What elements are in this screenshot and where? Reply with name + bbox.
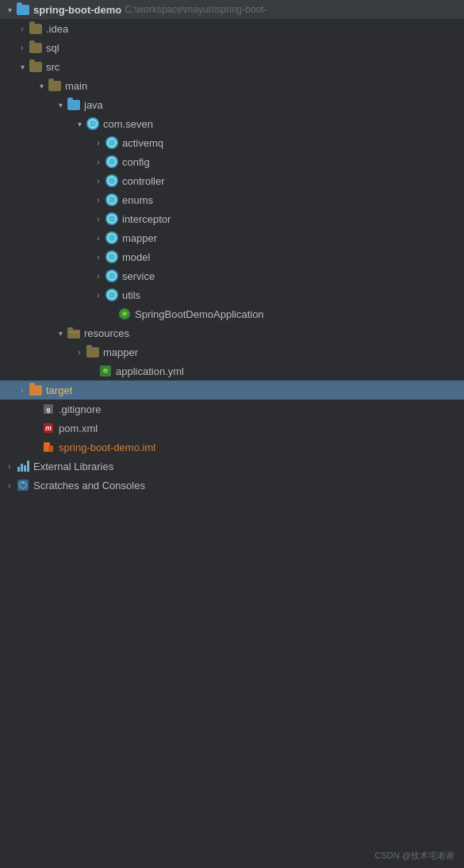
chevron-mapper-res <box>73 346 86 358</box>
svg-rect-3 <box>67 327 73 331</box>
mapper-label: mapper <box>122 232 157 244</box>
chevron-controller <box>92 174 105 187</box>
svg-point-15 <box>22 482 24 484</box>
tree-item-gitignore[interactable]: g .gitignore <box>0 400 464 419</box>
chevron-src <box>16 60 29 73</box>
tree-item-iml[interactable]: spring-boot-demo.iml <box>0 438 464 457</box>
tree-item-enums[interactable]: enums <box>0 190 464 209</box>
scratches-label: Scratches and Consoles <box>33 480 145 491</box>
tree-item-src[interactable]: src <box>0 57 464 76</box>
mapper-res-label: mapper <box>103 346 138 358</box>
main-label: main <box>65 80 87 92</box>
gitignore-label: .gitignore <box>59 403 101 415</box>
model-label: model <box>122 251 150 263</box>
tree-item-sql[interactable]: sql <box>0 38 464 57</box>
enums-label: enums <box>122 194 153 206</box>
tree-item-pomxml[interactable]: m pom.xml <box>0 419 464 438</box>
chevron-resources <box>54 327 67 339</box>
svg-rect-4 <box>69 331 79 333</box>
interceptor-label: interceptor <box>122 213 171 225</box>
tree-item-config[interactable]: config <box>0 152 464 171</box>
tree-item-interceptor[interactable]: interceptor <box>0 209 464 228</box>
tree-item-scratches[interactable]: Scratches and Consoles <box>0 476 464 495</box>
controller-label: controller <box>122 175 164 187</box>
tree-item-extlib[interactable]: External Libraries <box>0 457 464 476</box>
idea-folder-icon <box>29 21 43 36</box>
springbootapp-icon <box>117 307 132 321</box>
tree-item-idea[interactable]: .idea <box>0 19 464 38</box>
svg-rect-12 <box>48 445 53 452</box>
activemq-label: activemq <box>122 137 163 149</box>
mapper-pkg-icon <box>105 231 119 245</box>
src-folder-icon <box>29 59 43 74</box>
mapper-res-folder-icon <box>86 345 100 359</box>
chevron-sql <box>16 41 29 54</box>
tree-item-springbootapp[interactable]: SpringBootDemoApplication <box>0 304 464 323</box>
resources-label: resources <box>84 327 129 339</box>
comseven-label: com.seven <box>103 118 153 130</box>
chevron-extlib <box>3 460 16 472</box>
extlib-label: External Libraries <box>33 461 113 472</box>
enums-pkg-icon <box>105 193 119 207</box>
gitignore-icon: g <box>41 402 56 416</box>
tree-item-model[interactable]: model <box>0 247 464 266</box>
project-folder-icon <box>16 2 30 17</box>
svg-text:m: m <box>45 424 52 432</box>
tree-item-appyml[interactable]: application.yml <box>0 361 464 380</box>
chevron-comseven <box>73 117 86 130</box>
project-name: spring-boot-demo <box>33 4 121 16</box>
activemq-pkg-icon <box>105 136 119 150</box>
iml-icon <box>41 440 56 454</box>
tree-item-utils[interactable]: utils <box>0 285 464 304</box>
interceptor-pkg-icon <box>105 212 119 226</box>
chevron-root <box>3 3 16 16</box>
tree-item-java[interactable]: java <box>0 95 464 114</box>
chevron-main <box>35 79 48 92</box>
service-pkg-icon <box>105 269 119 283</box>
tree-item-controller[interactable]: controller <box>0 171 464 190</box>
tree-item-activemq[interactable]: activemq <box>0 133 464 152</box>
target-folder-icon <box>29 383 43 397</box>
chevron-service <box>92 270 105 282</box>
utils-pkg-icon <box>105 288 119 302</box>
tree-item-main[interactable]: main <box>0 76 464 95</box>
service-label: service <box>122 270 155 282</box>
tree-item-service[interactable]: service <box>0 266 464 285</box>
chevron-mapper <box>92 231 105 244</box>
config-pkg-icon <box>105 155 119 169</box>
tree-root[interactable]: spring-boot-demo C:\workspace\mayun\spri… <box>0 0 464 19</box>
comseven-pkg-icon <box>86 117 100 131</box>
tree-item-resources[interactable]: resources <box>0 323 464 342</box>
java-folder-icon <box>67 98 81 112</box>
chevron-utils <box>92 289 105 301</box>
svg-text:g: g <box>47 406 51 413</box>
iml-label: spring-boot-demo.iml <box>59 442 155 453</box>
appyml-icon <box>98 364 113 378</box>
chevron-target <box>16 384 29 396</box>
sql-folder-icon <box>29 40 43 55</box>
target-label: target <box>46 384 72 396</box>
appyml-label: application.yml <box>116 365 184 377</box>
idea-label: .idea <box>46 23 68 35</box>
tree-item-comseven[interactable]: com.seven <box>0 114 464 133</box>
chevron-scratches <box>3 479 16 491</box>
chevron-activemq <box>92 136 105 149</box>
utils-label: utils <box>122 289 140 301</box>
config-label: config <box>122 156 150 168</box>
pomxml-label: pom.xml <box>59 423 98 434</box>
resources-folder-icon <box>67 326 81 340</box>
extlib-icon <box>16 459 30 473</box>
tree-item-mapper[interactable]: mapper <box>0 228 464 247</box>
tree-item-mapper-res[interactable]: mapper <box>0 342 464 361</box>
chevron-model <box>92 250 105 263</box>
sql-label: sql <box>46 42 59 54</box>
tree-item-target[interactable]: target <box>0 380 464 400</box>
src-label: src <box>46 61 59 73</box>
controller-pkg-icon <box>105 174 119 188</box>
svg-point-1 <box>123 312 126 315</box>
pomxml-icon: m <box>41 421 56 435</box>
chevron-config <box>92 155 105 168</box>
model-pkg-icon <box>105 250 119 264</box>
watermark: CSDN @技术宅老谢 <box>375 850 454 862</box>
chevron-idea <box>16 22 29 35</box>
